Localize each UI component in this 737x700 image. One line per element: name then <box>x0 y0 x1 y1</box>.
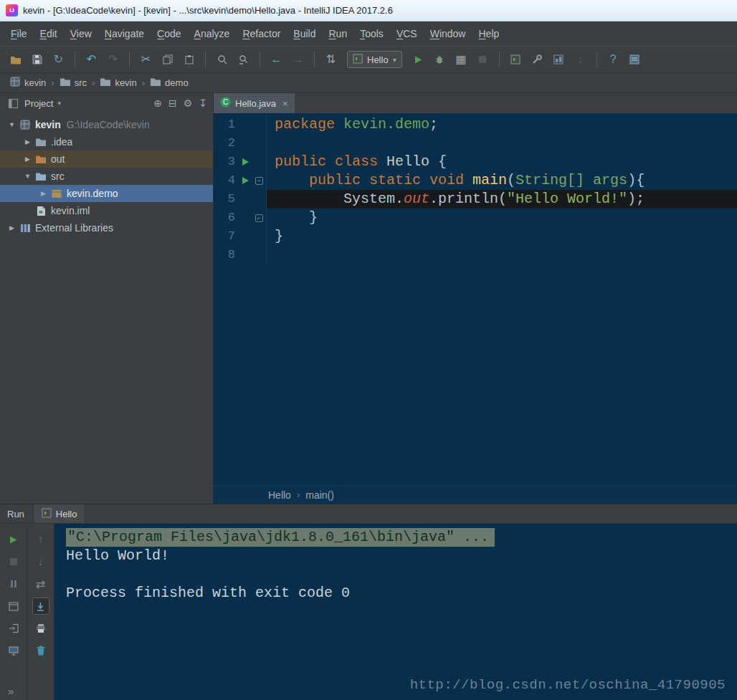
copy-icon[interactable] <box>158 50 177 69</box>
run-tab-hello[interactable]: Hello <box>33 504 86 523</box>
run-header: Run Hello <box>0 504 737 524</box>
code-line-2: 2 <box>214 134 737 153</box>
menu-vcs[interactable]: VCS <box>390 24 424 43</box>
pause-output-button[interactable] <box>5 575 22 593</box>
file-icon <box>34 206 48 216</box>
undo-icon[interactable]: ↶ <box>82 50 101 69</box>
find-icon[interactable] <box>212 50 232 69</box>
tree-item-kevin[interactable]: ▼kevinG:\IdeaCode\kevin <box>0 116 213 133</box>
window-title: kevin - [G:\IdeaCode\kevin] - [kevin] - … <box>23 5 393 16</box>
show-console-button[interactable] <box>5 642 22 659</box>
exit-button[interactable] <box>5 620 22 637</box>
synchronize-icon[interactable]: ↻ <box>49 50 68 69</box>
tree-expanded-icon[interactable]: ▼ <box>6 121 18 128</box>
menu-code[interactable]: Code <box>151 24 187 43</box>
up-stack-trace-button[interactable]: ↑ <box>32 531 49 548</box>
hide-panel-icon[interactable]: ↧ <box>199 97 207 109</box>
intellij-window: IJ kevin - [G:\IdeaCode\kevin] - [kevin]… <box>0 0 737 700</box>
token: } <box>275 209 318 226</box>
stop-button[interactable] <box>5 553 22 570</box>
project-panel-title[interactable]: Project <box>24 98 53 109</box>
print-button[interactable] <box>32 620 49 637</box>
soft-wrap-button[interactable]: ⇄ <box>32 575 49 593</box>
gutter-marker <box>238 246 252 264</box>
tree-item-out[interactable]: ▶out <box>0 150 213 168</box>
fold-column <box>252 134 267 153</box>
cut-icon[interactable]: ✂ <box>136 50 156 69</box>
menu-navigate[interactable]: Navigate <box>98 24 151 43</box>
tab-hello-java[interactable]: C Hello.java × <box>214 93 295 113</box>
menu-help[interactable]: Help <box>472 24 505 43</box>
breadcrumb-src-1[interactable]: src <box>57 76 89 90</box>
redo-icon[interactable]: ↷ <box>103 50 123 69</box>
settings-wrench-icon[interactable] <box>528 50 547 69</box>
recent-changes-icon[interactable]: ⇅ <box>321 50 341 69</box>
breadcrumb-method[interactable]: main() <box>305 489 334 501</box>
console-output[interactable]: "C:\Program Files\java\jdk1.8.0_161\bin\… <box>54 524 737 700</box>
scroll-to-end-button[interactable] <box>32 598 49 615</box>
settings-gear-icon[interactable]: ⚙ <box>184 97 193 109</box>
tree-collapsed-icon[interactable]: ▶ <box>6 224 18 231</box>
menu-tools[interactable]: Tools <box>353 24 390 43</box>
tree-collapsed-icon[interactable]: ▶ <box>22 155 34 163</box>
run-config-select[interactable]: Hello▾ <box>347 51 402 68</box>
back-icon[interactable]: ← <box>267 50 286 69</box>
rerun-button[interactable] <box>5 531 22 548</box>
breadcrumb-kevin-0[interactable]: kevin <box>7 75 48 91</box>
tree-item--idea[interactable]: ▶.idea <box>0 133 213 150</box>
project-structure-icon[interactable] <box>549 50 569 69</box>
editor-area: C Hello.java × 1package kevin.demo;2 3pu… <box>214 93 737 504</box>
stop-icon[interactable] <box>473 50 493 69</box>
tree-item-External-Libraries[interactable]: ▶External Libraries <box>0 219 213 236</box>
open-project-icon[interactable] <box>6 50 25 69</box>
locate-icon[interactable]: ⊕ <box>153 97 162 109</box>
save-all-icon[interactable] <box>27 50 47 69</box>
find-action-icon[interactable] <box>625 50 645 69</box>
down-stack-trace-button[interactable]: ↓ <box>32 553 49 570</box>
chevron-right-icon: › <box>297 489 300 500</box>
tree-item-kevin-demo[interactable]: ▶kevin.demo <box>0 185 213 202</box>
menu-view[interactable]: View <box>64 24 98 43</box>
menu-edit[interactable]: Edit <box>34 24 64 43</box>
menu-build[interactable]: Build <box>287 24 322 43</box>
help-icon[interactable]: ? <box>604 50 623 69</box>
close-icon[interactable]: × <box>282 98 288 109</box>
run-with-coverage-icon[interactable]: ▦ <box>452 50 471 69</box>
gutter-marker <box>238 115 252 134</box>
clear-all-button[interactable] <box>32 642 49 659</box>
debug-icon[interactable] <box>430 50 450 69</box>
menu-window[interactable]: Window <box>424 24 472 43</box>
menu-analyze[interactable]: Analyze <box>188 24 237 43</box>
code-editor[interactable]: 1package kevin.demo;2 3public class Hell… <box>214 113 737 485</box>
paste-icon[interactable] <box>179 50 199 69</box>
tree-item-kevin-iml[interactable]: kevin.iml <box>0 202 213 219</box>
update-project-icon[interactable]: ↓ <box>571 50 590 69</box>
replace-icon[interactable] <box>234 50 253 69</box>
chevron-down-icon[interactable]: ▾ <box>57 100 61 107</box>
fold-collapse-icon[interactable]: − <box>255 177 263 185</box>
restore-layout-button[interactable] <box>5 598 22 615</box>
run-line-icon[interactable] <box>242 158 249 166</box>
forward-icon[interactable]: → <box>288 50 308 69</box>
expand-toolwindows-icon[interactable]: » <box>8 685 14 697</box>
menu-run[interactable]: Run <box>322 24 353 43</box>
run-toolbar-main <box>0 524 27 700</box>
breadcrumb-demo-3[interactable]: demo <box>148 76 191 90</box>
breadcrumb-class[interactable]: Hello <box>268 489 291 501</box>
breadcrumb-kevin-2[interactable]: kevin <box>98 76 138 90</box>
folder-excluded-icon <box>34 155 48 164</box>
run-icon[interactable] <box>409 50 428 69</box>
menu-refactor[interactable]: Refactor <box>236 24 287 43</box>
run-line-icon[interactable] <box>242 177 249 184</box>
project-tree[interactable]: ▼kevinG:\IdeaCode\kevin▶.idea▶out▼src▶ke… <box>0 113 213 504</box>
collapse-all-icon[interactable]: ⊟ <box>168 97 177 109</box>
tree-expanded-icon[interactable]: ▼ <box>22 173 34 180</box>
tree-collapsed-icon[interactable]: ▶ <box>37 190 49 197</box>
menu-file[interactable]: File <box>4 24 34 43</box>
tree-item-src[interactable]: ▼src <box>0 168 213 185</box>
console-icon[interactable] <box>506 50 526 69</box>
tree-collapsed-icon[interactable]: ▶ <box>22 138 34 145</box>
fold-end-icon[interactable]: ⌐ <box>255 214 263 222</box>
console-line <box>66 565 737 584</box>
fold-column <box>252 115 267 134</box>
